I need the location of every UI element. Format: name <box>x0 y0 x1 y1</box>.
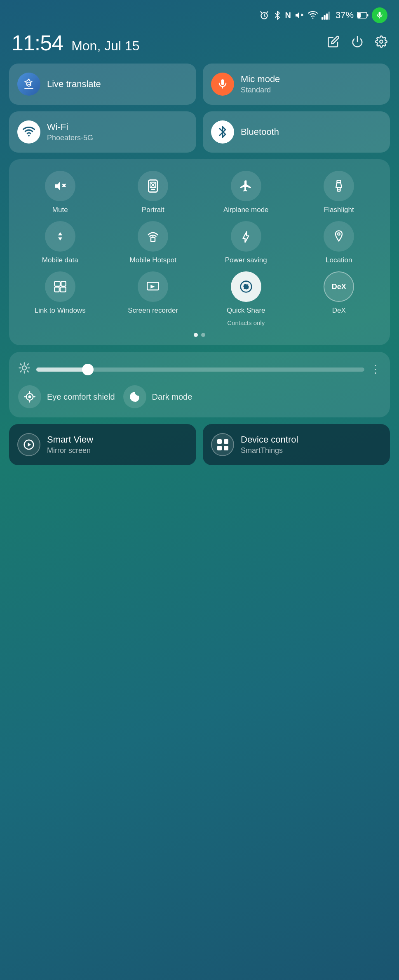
bluetooth-tile[interactable]: Bluetooth <box>203 111 390 153</box>
smart-view-icon <box>17 433 40 456</box>
svg-line-40 <box>20 364 21 365</box>
mic-mode-text: Mic mode Standard <box>241 74 280 94</box>
mute-icon <box>45 171 75 201</box>
edit-icon[interactable] <box>327 35 340 51</box>
comfort-row: Eye comfort shield Dark mode <box>18 385 381 408</box>
svg-point-3 <box>312 18 313 19</box>
dark-mode-label: Dark mode <box>152 392 192 402</box>
live-translate-tile[interactable]: Live translate <box>9 64 196 105</box>
dex-label: DeX <box>332 306 346 315</box>
hotspot-label: Mobile Hotspot <box>130 256 176 265</box>
wifi-tile-icon <box>17 120 40 144</box>
quick-share-subtitle: Contacts only <box>227 319 265 326</box>
svg-rect-9 <box>357 13 361 18</box>
smart-view-tile[interactable]: Smart View Mirror screen <box>9 424 196 465</box>
power-saving-label: Power saving <box>225 256 267 265</box>
mic-mode-icon <box>211 73 234 96</box>
mic-mode-tile[interactable]: Mic mode Standard <box>203 64 390 105</box>
svg-rect-30 <box>54 287 59 292</box>
eye-comfort-label: Eye comfort shield <box>47 392 115 402</box>
wifi-status-icon <box>307 10 318 20</box>
brightness-fill <box>36 368 85 372</box>
portrait-icon <box>138 171 168 201</box>
airplane-icon <box>231 171 261 201</box>
svg-point-45 <box>28 396 31 398</box>
svg-line-41 <box>27 371 28 372</box>
signal-icon <box>322 11 332 20</box>
wifi-tile[interactable]: Wi-Fi Phoeaters-5G <box>9 111 196 153</box>
svg-point-35 <box>22 366 26 370</box>
live-translate-title: Live translate <box>47 79 101 90</box>
brightness-slider[interactable] <box>36 368 364 372</box>
mobile-data-item[interactable]: Mobile data <box>16 221 105 265</box>
smart-view-subtitle: Mirror screen <box>47 446 93 455</box>
date-display: Mon, Jul 15 <box>71 38 139 54</box>
time-display: 11:54 <box>12 31 63 55</box>
flashlight-label: Flashlight <box>324 205 354 214</box>
device-control-tile[interactable]: Device control SmartThings <box>203 424 390 465</box>
svg-rect-10 <box>367 14 368 16</box>
svg-rect-4 <box>322 17 323 20</box>
live-translate-icon <box>17 73 40 96</box>
nfc-icon: N <box>285 11 291 20</box>
link-windows-icon <box>45 271 75 302</box>
device-control-icon <box>211 433 234 456</box>
mobile-data-label: Mobile data <box>42 256 78 265</box>
top-tiles-row: Live translate Mic mode Standard <box>0 64 399 105</box>
power-icon[interactable] <box>351 35 364 51</box>
svg-line-43 <box>20 371 21 372</box>
wifi-bt-row: Wi-Fi Phoeaters-5G Bluetooth <box>0 111 399 153</box>
power-saving-icon <box>231 221 261 252</box>
dex-item[interactable]: DeX DeX <box>295 271 384 326</box>
mute-item[interactable]: Mute <box>16 171 105 214</box>
screen-recorder-label: Screen recorder <box>128 306 178 315</box>
bottom-tiles-row: Smart View Mirror screen Device control … <box>0 424 399 465</box>
svg-rect-29 <box>61 282 66 286</box>
wifi-subtitle: Phoeaters-5G <box>47 134 93 142</box>
hotspot-item[interactable]: Mobile Hotspot <box>109 221 198 265</box>
screen-recorder-item[interactable]: Screen recorder <box>109 271 198 326</box>
flashlight-item[interactable]: Flashlight <box>295 171 384 214</box>
svg-point-14 <box>380 40 383 43</box>
bluetooth-title: Bluetooth <box>241 127 279 137</box>
svg-rect-11 <box>379 12 381 16</box>
eye-comfort-icon <box>18 385 41 408</box>
time-bar: 11:54 Mon, Jul 15 <box>0 27 399 64</box>
dark-mode-icon <box>123 385 146 408</box>
quick-share-item[interactable]: Quick Share Contacts only <box>202 271 291 326</box>
mic-mode-title: Mic mode <box>241 74 280 85</box>
svg-line-42 <box>27 364 28 365</box>
battery-icon <box>357 11 368 19</box>
bluetooth-tile-icon <box>211 120 234 144</box>
location-item[interactable]: Location <box>295 221 384 265</box>
airplane-label: Airplane mode <box>223 205 269 214</box>
dex-icon: DeX <box>324 271 354 302</box>
svg-point-27 <box>338 233 340 236</box>
device-control-title: Device control <box>241 434 298 445</box>
mobile-data-icon <box>45 221 75 252</box>
portrait-label: Portrait <box>142 205 164 214</box>
brightness-options-icon[interactable]: ⋮ <box>370 363 381 376</box>
dark-mode-item[interactable]: Dark mode <box>123 385 192 408</box>
screen-recorder-icon <box>138 271 168 302</box>
svg-rect-6 <box>326 14 328 20</box>
location-icon <box>324 221 354 252</box>
svg-rect-5 <box>324 15 325 20</box>
smart-view-title: Smart View <box>47 434 93 445</box>
portrait-item[interactable]: Portrait <box>109 171 198 214</box>
airplane-item[interactable]: Airplane mode <box>202 171 291 214</box>
svg-point-18 <box>28 135 30 137</box>
bluetooth-tile-text: Bluetooth <box>241 127 279 137</box>
link-windows-item[interactable]: Link to Windows <box>16 271 105 326</box>
power-saving-item[interactable]: Power saving <box>202 221 291 265</box>
live-translate-text: Live translate <box>47 79 101 90</box>
quick-share-label: Quick Share <box>227 306 265 315</box>
settings-icon[interactable] <box>375 35 387 51</box>
svg-rect-28 <box>54 282 60 286</box>
eye-comfort-item[interactable]: Eye comfort shield <box>18 385 115 408</box>
dot-1 <box>194 333 198 337</box>
brightness-panel: ⋮ Eye comfort shield Dark mode <box>9 352 390 417</box>
active-mic-status-icon <box>372 7 387 23</box>
wifi-title: Wi-Fi <box>47 122 93 132</box>
hotspot-icon <box>138 221 168 252</box>
